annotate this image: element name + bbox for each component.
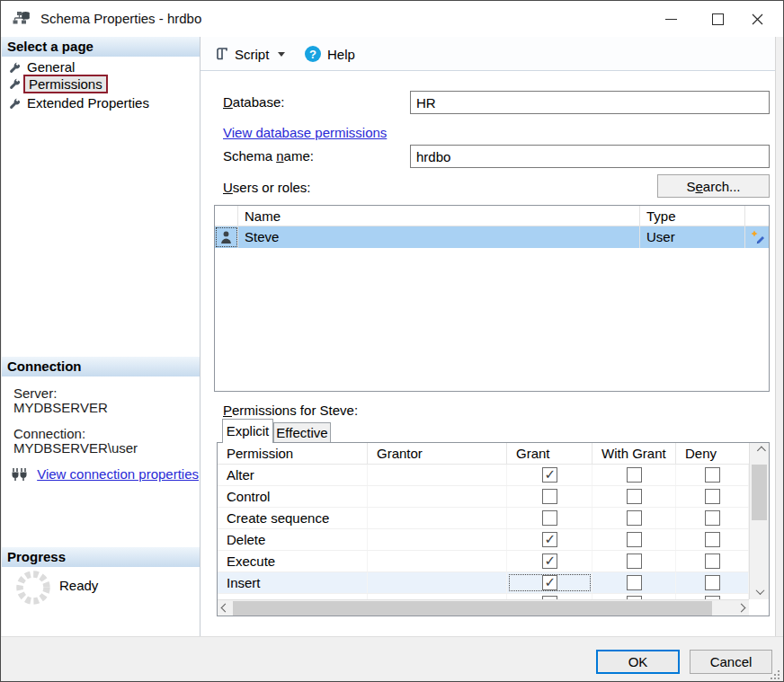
tab-effective[interactable]: Effective: [273, 422, 331, 442]
grant-checkbox[interactable]: [542, 575, 557, 590]
grant-checkbox[interactable]: [542, 532, 557, 547]
column-deny[interactable]: Deny: [676, 443, 749, 464]
users-column-name[interactable]: Name: [238, 206, 640, 226]
wrench-icon: [9, 78, 21, 90]
connection-label: Connection:: [13, 426, 85, 441]
title-bar[interactable]: Schema Properties - hrdbo: [1, 1, 783, 37]
database-label: Database:: [223, 91, 284, 114]
grant-checkbox[interactable]: [542, 467, 557, 483]
deny-checkbox[interactable]: [705, 510, 720, 526]
wrench-icon: [9, 98, 21, 110]
footer: OK Cancel: [1, 636, 783, 682]
with-grant-checkbox[interactable]: [627, 489, 642, 504]
scroll-up-icon[interactable]: [750, 443, 770, 458]
column-grant[interactable]: Grant: [507, 443, 592, 464]
row-edit-cell[interactable]: [745, 226, 769, 248]
users-table-header: Name Type: [215, 206, 769, 226]
script-dropdown-icon[interactable]: [278, 52, 285, 57]
permissions-grid-header: Permission Grantor Grant With Grant Deny: [218, 443, 749, 465]
database-field[interactable]: [410, 91, 770, 114]
search-button[interactable]: Search...: [657, 174, 770, 198]
users-or-roles-table: Name Type Steve User: [214, 205, 770, 392]
connection-value: MYDBSERVER\user: [13, 440, 138, 456]
toolbar: Script ? Help: [200, 37, 775, 71]
deny-checkbox[interactable]: [705, 532, 720, 547]
window-title: Schema Properties - hrdbo: [40, 1, 201, 37]
deny-checkbox[interactable]: [705, 554, 720, 569]
connection-plug-icon: [11, 468, 28, 482]
users-or-roles-label: Users or roles:: [223, 176, 311, 199]
deny-checkbox[interactable]: [705, 489, 720, 504]
sidebar-item-permissions[interactable]: Permissions: [2, 75, 200, 93]
script-icon: [215, 47, 229, 61]
view-database-permissions-link[interactable]: View database permissions: [223, 125, 387, 140]
help-icon: ?: [305, 46, 321, 62]
scroll-right-icon[interactable]: [734, 600, 749, 616]
perm-row-insert[interactable]: Insert: [218, 572, 749, 594]
select-a-page-header: Select a page: [2, 37, 200, 57]
close-icon: [752, 13, 763, 25]
help-button[interactable]: ? Help: [299, 41, 361, 66]
minimize-button[interactable]: [650, 1, 691, 37]
perm-row-create-sequence[interactable]: Create sequence: [218, 508, 749, 529]
schema-name-field[interactable]: [410, 145, 770, 168]
with-grant-checkbox[interactable]: [627, 532, 642, 547]
user-name-cell[interactable]: Steve: [238, 226, 640, 248]
progress-status: Ready: [59, 578, 98, 593]
permissions-for-label: Permissions for Steve:: [223, 403, 358, 418]
schema-properties-dialog: Schema Properties - hrdbo Select a page …: [0, 0, 784, 682]
perm-row-control[interactable]: Control: [218, 486, 749, 508]
perm-row-execute[interactable]: Execute: [218, 551, 749, 572]
column-permission[interactable]: Permission: [218, 443, 368, 464]
users-table-row-steve[interactable]: Steve User: [215, 226, 769, 248]
column-with-grant[interactable]: With Grant: [592, 443, 676, 464]
vertical-scroll-thumb[interactable]: [752, 465, 767, 520]
view-connection-properties-link[interactable]: View connection properties: [37, 466, 199, 482]
progress-header: Progress: [2, 547, 200, 567]
with-grant-checkbox[interactable]: [627, 554, 642, 569]
sidebar-item-general[interactable]: General: [2, 58, 200, 76]
connection-header: Connection: [2, 357, 200, 376]
users-column-type[interactable]: Type: [640, 206, 745, 226]
schema-icon: [13, 10, 31, 28]
server-label: Server:: [13, 385, 57, 401]
script-button[interactable]: Script: [209, 41, 290, 66]
maximize-button[interactable]: [697, 1, 738, 37]
permissions-grid: Permission Grantor Grant With Grant Deny…: [217, 442, 770, 616]
with-grant-checkbox[interactable]: [627, 510, 642, 526]
close-button[interactable]: [736, 1, 778, 37]
schema-name-label: Schema name:: [223, 145, 314, 168]
main-panel: Script ? Help Database: View database pe…: [200, 37, 776, 636]
server-value: MYDBSERVER: [13, 400, 108, 415]
vertical-scrollbar[interactable]: [749, 443, 769, 599]
horizontal-scroll-thumb[interactable]: [233, 601, 712, 616]
deny-checkbox[interactable]: [705, 575, 720, 590]
deny-checkbox[interactable]: [705, 467, 720, 483]
grant-checkbox[interactable]: [542, 554, 557, 569]
with-grant-checkbox[interactable]: [627, 467, 642, 483]
permissions-grid-body: Alter Control Create sequence: [218, 465, 749, 599]
scroll-left-icon[interactable]: [218, 600, 233, 616]
permissions-annotation-box: Permissions: [23, 75, 108, 93]
user-icon-cell: [215, 226, 238, 248]
edit-user-icon: [750, 230, 765, 245]
user-type-cell[interactable]: User: [640, 226, 745, 248]
perm-row-delete[interactable]: Delete: [218, 529, 749, 551]
resize-grip[interactable]: [770, 669, 780, 680]
with-grant-checkbox[interactable]: [627, 575, 642, 590]
ok-button[interactable]: OK: [596, 650, 680, 674]
wrench-icon: [9, 62, 21, 74]
sidebar-item-extended-properties[interactable]: Extended Properties: [2, 94, 200, 112]
horizontal-scrollbar[interactable]: [218, 599, 749, 616]
focused-grant-cell: [507, 572, 592, 593]
user-icon: [220, 231, 232, 244]
tab-explicit[interactable]: Explicit: [222, 419, 273, 443]
sidebar: Select a page General Permissions Extend…: [2, 37, 200, 636]
column-grantor[interactable]: Grantor: [368, 443, 507, 464]
grant-checkbox[interactable]: [542, 489, 557, 504]
scroll-down-icon[interactable]: [750, 584, 770, 599]
cancel-button[interactable]: Cancel: [690, 650, 772, 674]
progress-spinner-icon: [14, 569, 52, 607]
grant-checkbox[interactable]: [542, 510, 557, 526]
perm-row-alter[interactable]: Alter: [218, 465, 749, 486]
